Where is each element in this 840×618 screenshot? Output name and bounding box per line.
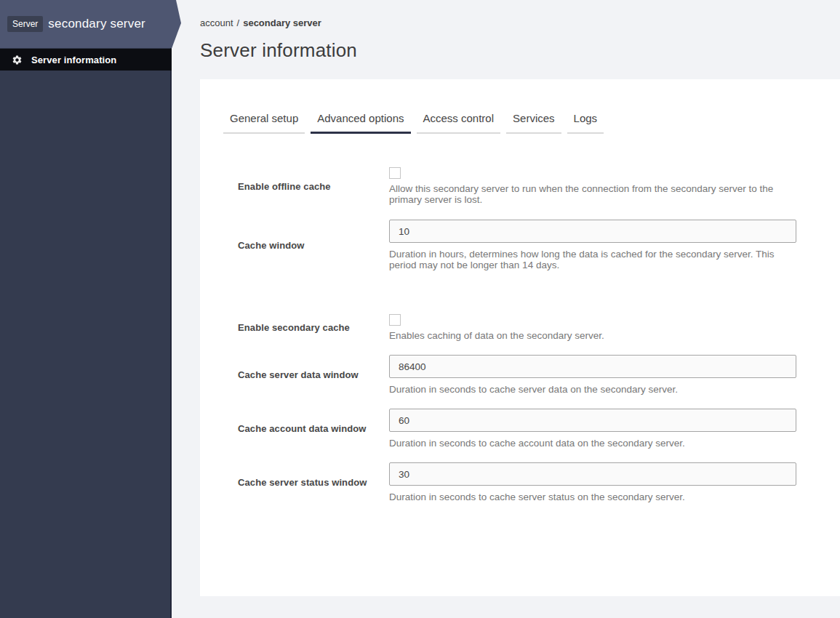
tab-bar: General setupAdvanced optionsAccess cont… (223, 112, 796, 134)
tab-general-setup[interactable]: General setup (223, 112, 305, 134)
sidebar-nav: Server information (0, 49, 172, 71)
sidebar: Server secondary server Server informati… (0, 0, 172, 618)
field-label: Cache server status window (238, 477, 389, 488)
field-description: Duration in seconds to cache server data… (389, 384, 796, 395)
field-label: Enable secondary cache (238, 322, 389, 333)
cache-server-status-window-input[interactable] (389, 462, 796, 486)
field-description: Duration in hours, determines how long t… (389, 249, 796, 270)
field-description: Duration in seconds to cache server stat… (389, 491, 796, 502)
breadcrumb: account/secondary server (200, 17, 840, 28)
cache-window-input[interactable] (389, 220, 796, 243)
cache-server-data-window-input[interactable] (389, 355, 796, 378)
form-row-enable-offline-cache: Enable offline cacheAllow this secondary… (238, 167, 796, 205)
enable-secondary-cache-checkbox[interactable] (389, 314, 401, 326)
breadcrumb-account-link[interactable]: account (200, 17, 233, 28)
tab-services[interactable]: Services (506, 112, 561, 134)
main-content: account/secondary server Server informat… (173, 0, 840, 618)
tab-label: General setup (230, 112, 298, 124)
field-label: Cache window (238, 240, 389, 251)
form-row-cache-window: Cache windowDuration in hours, determine… (238, 220, 796, 270)
field-description: Enables caching of data on the secondary… (389, 330, 796, 341)
field-control: Duration in seconds to cache account dat… (389, 409, 796, 449)
field-label: Enable offline cache (238, 181, 389, 192)
form-row-cache-server-data-window: Cache server data windowDuration in seco… (238, 355, 796, 395)
sidebar-header: Server secondary server (0, 0, 181, 48)
cache-account-data-window-input[interactable] (389, 409, 796, 432)
field-control: Allow this secondary server to run when … (389, 167, 796, 205)
breadcrumb-current: secondary server (243, 17, 321, 28)
breadcrumb-separator: / (237, 17, 240, 28)
field-label: Cache server data window (238, 369, 389, 380)
enable-offline-cache-checkbox[interactable] (389, 167, 401, 179)
gear-icon (12, 55, 23, 65)
tab-label: Logs (574, 112, 598, 124)
sidebar-item-label: Server information (31, 55, 116, 65)
field-description: Duration in seconds to cache account dat… (389, 438, 796, 449)
page-title: Server information (200, 39, 840, 62)
content-card: General setupAdvanced optionsAccess cont… (200, 79, 840, 596)
form-row-enable-secondary-cache: Enable secondary cacheEnables caching of… (238, 314, 796, 341)
server-type-badge: Server (7, 16, 43, 32)
field-control: Duration in seconds to cache server stat… (389, 462, 796, 502)
tab-access-control[interactable]: Access control (417, 112, 501, 134)
tab-logs[interactable]: Logs (567, 112, 604, 134)
settings-form: Enable offline cacheAllow this secondary… (223, 167, 796, 502)
field-description: Allow this secondary server to run when … (389, 183, 796, 205)
server-name: secondary server (48, 17, 145, 31)
field-control: Enables caching of data on the secondary… (389, 314, 796, 341)
tab-advanced-options[interactable]: Advanced options (311, 112, 410, 134)
form-row-cache-account-data-window: Cache account data windowDuration in sec… (238, 409, 796, 449)
sidebar-item-server-information[interactable]: Server information (0, 49, 172, 71)
tab-label: Access control (423, 112, 495, 124)
field-control: Duration in hours, determines how long t… (389, 220, 796, 270)
tab-label: Advanced options (317, 112, 404, 124)
field-control: Duration in seconds to cache server data… (389, 355, 796, 395)
form-row-cache-server-status-window: Cache server status windowDuration in se… (238, 462, 796, 502)
field-label: Cache account data window (238, 423, 389, 434)
tab-label: Services (513, 112, 555, 124)
